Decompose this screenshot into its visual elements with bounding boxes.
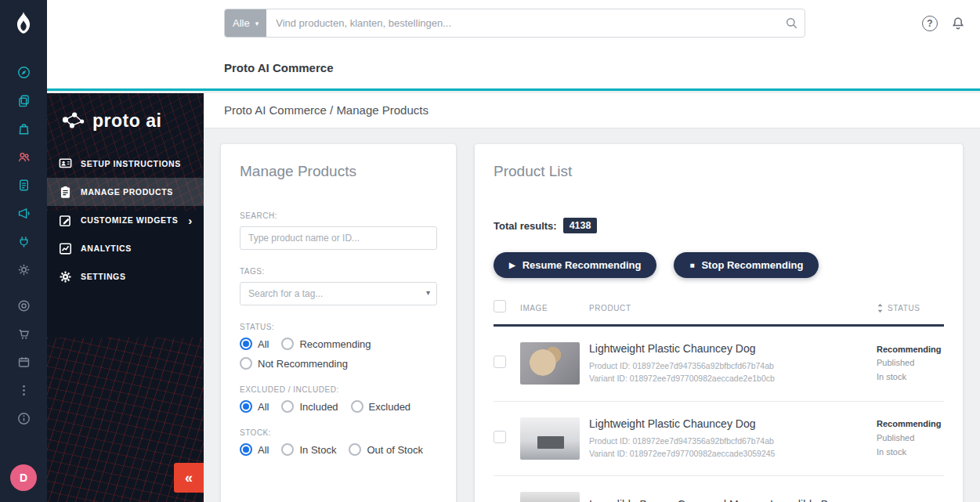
excluded-included-label: EXCLUDED / INCLUDED: [240,385,437,394]
help-icon[interactable]: ? [922,16,938,31]
global-sidebar: D [0,0,47,502]
compass-icon[interactable] [9,58,38,86]
app-nav-menu: SETUP INSTRUCTIONS MANAGE PRODUCTS CUSTO… [47,150,204,291]
calendar-kiosk-icon[interactable] [9,348,38,376]
table-row: Incredible Bronze Cows and Meows, Incred… [494,476,944,502]
product-search-input[interactable] [240,226,437,250]
product-cell: Incredible Bronze Cows and Meows, Incred… [589,498,877,502]
product-id: Product ID: 018972ee7d947356a92bfbcfd67b… [589,435,877,447]
cart-icon[interactable] [9,320,38,348]
user-avatar[interactable]: D [10,464,37,491]
sidebar-item-label: CUSTOMIZE WIDGETS [81,215,178,225]
app-header: Proto AI Commerce [47,47,980,91]
sidebar-item-setup-instructions[interactable]: SETUP INSTRUCTIONS [47,150,204,178]
manage-products-icon [58,185,73,200]
radio-dot [351,400,363,413]
radio-stock-all[interactable]: All [240,443,269,456]
gear-icon[interactable] [9,255,38,284]
radio-status-recommending[interactable]: Recommending [281,338,371,350]
product-cell: Lightweight Plastic Chauncey Dog Product… [589,417,877,460]
column-status[interactable]: STATUS [877,303,944,313]
search-scope-dropdown[interactable]: Alle ▾ [225,9,266,37]
tags-select[interactable] [240,282,437,305]
bulk-actions: ▶ Resume Recommending ■ Stop Recommendin… [494,252,944,278]
sidebar-item-label: SETUP INSTRUCTIONS [81,159,181,168]
select-all-checkbox[interactable] [494,300,506,312]
total-results-badge: 4138 [563,218,598,233]
table-header: IMAGE PRODUCT STATUS [494,300,944,327]
radio-out-of-stock[interactable]: Out of Stock [349,443,423,456]
status-stock: In stock [877,370,944,385]
product-id: Product ID: 018972ee7d947356a92bfbcfd67b… [589,359,877,372]
sidebar-item-settings[interactable]: SETTINGS [47,262,204,291]
panel-title: Manage Products [240,163,437,180]
copy-pages-icon[interactable] [9,86,38,114]
radio-excluded-all[interactable]: All [240,400,269,413]
sort-icon [877,303,884,313]
main-content: Manage Products SEARCH: TAGS: ▾ STATUS: … [204,128,980,502]
excluded-radio-group: All Included Excluded [240,400,437,413]
radio-dot [240,357,252,370]
top-bar: Alle ▾ ? [47,0,980,47]
kebab-menu-icon[interactable] [9,376,38,404]
search-label: SEARCH: [240,211,437,220]
product-table: IMAGE PRODUCT STATUS Lightweight Plastic… [494,300,944,502]
status-recommending: Recommending [877,417,944,432]
variant-id: Variant ID: 018972ee7d97700982aeccade305… [589,447,877,460]
megaphone-icon[interactable] [9,199,38,227]
plug-icon[interactable] [9,227,38,255]
breadcrumb[interactable]: Proto AI Commerce / Manage Products [224,93,980,128]
radio-dot [240,443,252,456]
proto-ai-logo: proto ai [47,93,204,142]
status-cell: Recommending Published In stock [877,343,944,385]
manage-products-panel: Manage Products SEARCH: TAGS: ▾ STATUS: … [221,144,456,502]
radio-included[interactable]: Included [281,400,338,413]
stop-recommending-button[interactable]: ■ Stop Recommending [674,252,819,278]
target-icon[interactable] [9,291,38,320]
customize-widgets-icon [58,213,73,228]
sidebar-item-analytics[interactable]: ANALYTICS [47,234,204,262]
setup-instructions-icon [58,157,73,172]
document-icon[interactable] [9,171,38,199]
row-checkbox[interactable] [494,431,506,443]
radio-status-not-recommending[interactable]: Not Recommending [240,357,348,370]
users-icon[interactable] [9,143,38,171]
product-name: Lightweight Plastic Chauncey Dog [589,342,877,355]
sidebar-item-label: MANAGE PRODUCTS [81,187,173,197]
info-icon[interactable] [9,404,38,432]
column-product: PRODUCT [589,304,877,312]
notifications-bell-icon[interactable] [950,16,966,31]
shopping-bag-icon[interactable] [9,114,38,143]
radio-in-stock[interactable]: In Stock [281,443,336,456]
sidebar-collapse-button[interactable]: « [174,463,204,493]
play-icon: ▶ [509,262,515,269]
row-checkbox[interactable] [494,356,506,368]
product-name: Lightweight Plastic Chauncey Dog [589,417,877,430]
status-published: Published [877,356,944,370]
product-cell: Lightweight Plastic Chauncey Dog Product… [589,342,877,385]
product-list-panel: Product List Total results: 4138 ▶ Resum… [475,144,963,502]
status-recommending: Recommending [877,343,944,357]
radio-status-all[interactable]: All [240,338,269,350]
status-radio-group: All Recommending Not Recommending [240,338,437,370]
radio-excluded[interactable]: Excluded [351,400,410,413]
sidebar-item-customize-widgets[interactable]: CUSTOMIZE WIDGETS › [47,206,204,234]
radio-dot [349,443,361,456]
app-sidebar: proto ai SETUP INSTRUCTIONS MANAGE PRODU… [47,93,204,502]
global-nav-icons [9,58,38,432]
stock-label: STOCK: [240,428,437,437]
sidebar-item-manage-products[interactable]: MANAGE PRODUCTS [47,178,204,206]
search-icon[interactable] [778,16,805,30]
resume-recommending-button[interactable]: ▶ Resume Recommending [494,252,656,278]
status-stock: In stock [877,446,944,460]
search-input[interactable] [266,17,778,29]
variant-id: Variant ID: 018972ee7d97700982aeccade2e1… [589,372,877,385]
panel-title: Product List [494,163,944,180]
stop-icon: ■ [689,262,694,269]
radio-dot [281,400,294,413]
proto-ai-wordmark: proto ai [92,110,161,132]
radio-dot [240,400,252,413]
lightspeed-logo-icon[interactable] [11,9,36,36]
radio-dot [240,338,252,350]
radio-dot [281,443,294,456]
